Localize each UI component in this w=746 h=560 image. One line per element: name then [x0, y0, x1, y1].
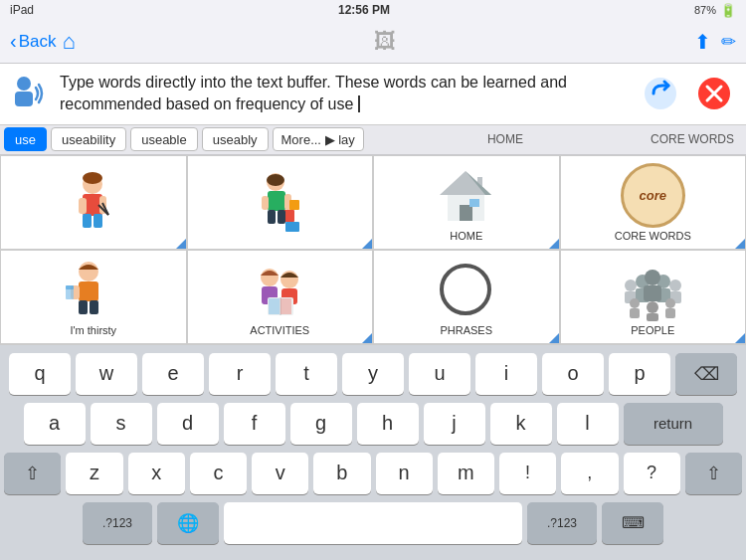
key-s[interactable]: s	[91, 403, 152, 445]
core-words-label: CORE WORDS	[615, 230, 691, 242]
home-icon[interactable]: ⌂	[62, 29, 75, 55]
battery-indicator: 87% 🔋	[694, 3, 736, 18]
autocomplete-core-label: CORE WORDS	[643, 132, 742, 146]
key-k[interactable]: k	[490, 403, 552, 445]
symbol-grid: HOME core CORE WORDS	[0, 155, 746, 345]
symbol-cell-boy-scissors[interactable]	[0, 155, 187, 250]
key-j[interactable]: j	[424, 403, 485, 445]
core-circle: core	[621, 163, 685, 228]
key-n[interactable]: n	[376, 453, 433, 494]
key-v[interactable]: v	[252, 453, 308, 494]
return-key[interactable]: return	[624, 403, 723, 445]
svg-rect-44	[269, 298, 280, 314]
svg-rect-56	[644, 285, 661, 301]
activities-image	[248, 258, 312, 322]
symbol-cell-phrases[interactable]: PHRASES	[373, 250, 560, 344]
key-t[interactable]: t	[276, 353, 337, 395]
svg-rect-35	[66, 285, 74, 289]
key-p[interactable]: p	[609, 353, 670, 395]
key-e[interactable]: e	[142, 353, 204, 395]
key-z[interactable]: z	[66, 453, 122, 494]
key-question[interactable]: ?	[624, 453, 680, 494]
symbol-cell-activities[interactable]: ACTIVITIES	[187, 250, 374, 344]
symbol-cell-people[interactable]: PEOPLE	[560, 250, 747, 344]
undo-button[interactable]	[639, 72, 682, 115]
thirsty-label: I'm thirsty	[70, 324, 116, 336]
svg-rect-18	[262, 196, 269, 210]
key-o[interactable]: o	[542, 353, 604, 395]
key-m[interactable]: m	[438, 453, 494, 494]
globe-key[interactable]: 🌐	[157, 502, 219, 544]
back-button[interactable]: ‹ Back	[10, 30, 56, 53]
svg-point-2	[645, 78, 676, 109]
key-b[interactable]: b	[313, 453, 370, 494]
nav-bar: ‹ Back ⌂ 🖼 ⬆ ✏	[0, 20, 746, 64]
svg-point-46	[442, 266, 489, 313]
shift-key[interactable]: ⇧	[4, 453, 61, 494]
key-x[interactable]: x	[128, 453, 185, 494]
hide-keyboard-key[interactable]: ⌨	[602, 502, 663, 544]
key-f[interactable]: f	[224, 403, 285, 445]
key-h[interactable]: h	[357, 403, 419, 445]
battery-icon: 🔋	[720, 3, 736, 18]
corner-indicator	[735, 333, 745, 343]
autocomplete-bar: use useability useable useably More... ▶…	[0, 125, 746, 155]
svg-rect-12	[83, 214, 92, 228]
shift-key-right[interactable]: ⇧	[685, 453, 742, 494]
key-exclaim[interactable]: !	[499, 453, 556, 494]
key-g[interactable]: g	[290, 403, 352, 445]
backspace-key[interactable]: ⌫	[675, 353, 737, 395]
autocomplete-useability[interactable]: useability	[51, 127, 126, 151]
key-comma[interactable]: ,	[561, 453, 618, 494]
svg-rect-27	[460, 205, 472, 221]
speaker-icon[interactable]	[10, 74, 50, 113]
key-d[interactable]: d	[157, 403, 219, 445]
boy-blocks-image	[248, 170, 312, 235]
edit-icon[interactable]: ✏	[721, 31, 736, 53]
autocomplete-more[interactable]: More... ▶ lay	[273, 127, 364, 151]
svg-rect-45	[280, 298, 291, 314]
autocomplete-useably[interactable]: useably	[202, 127, 269, 151]
key-c[interactable]: c	[190, 453, 247, 494]
key-q[interactable]: q	[9, 353, 71, 395]
symbol-cell-boy-blocks[interactable]	[187, 155, 374, 250]
home-image	[434, 163, 498, 228]
symbol-cell-core-words[interactable]: core CORE WORDS	[560, 155, 747, 250]
autocomplete-use[interactable]: use	[4, 127, 47, 151]
key-u[interactable]: u	[409, 353, 470, 395]
space-key[interactable]	[224, 502, 522, 544]
key-y[interactable]: y	[342, 353, 404, 395]
keyboard-row-1: q w e r t y u i o p ⌫	[4, 353, 742, 395]
svg-rect-24	[278, 210, 285, 224]
corner-indicator	[176, 239, 186, 249]
svg-rect-58	[630, 308, 640, 318]
key-l[interactable]: l	[557, 403, 619, 445]
keyboard-row-3: ⇧ z x c v b n m ! , ? ⇧	[4, 453, 742, 494]
nav-center: 🖼	[374, 29, 396, 55]
key-a[interactable]: a	[24, 403, 86, 445]
svg-point-55	[645, 270, 660, 285]
share-icon[interactable]: ⬆	[694, 30, 711, 54]
keyboard-row-4: .?123 🌐 .?123 ⌨	[4, 502, 742, 544]
people-image	[621, 258, 685, 322]
numbers-key-right[interactable]: .?123	[527, 502, 597, 544]
symbol-cell-thirsty[interactable]: I'm thirsty	[0, 250, 187, 344]
key-r[interactable]: r	[209, 353, 271, 395]
image-placeholder-icon: 🖼	[374, 29, 396, 54]
svg-point-57	[630, 298, 640, 308]
corner-indicator	[362, 239, 372, 249]
key-i[interactable]: i	[475, 353, 537, 395]
buffer-text[interactable]: Type words directly into the text buffer…	[60, 72, 629, 116]
text-cursor	[353, 95, 359, 112]
keyboard: q w e r t y u i o p ⌫ a s d f g h j k l …	[0, 345, 746, 558]
svg-rect-22	[285, 222, 299, 232]
close-button[interactable]	[692, 72, 736, 115]
battery-percent: 87%	[694, 4, 716, 16]
autocomplete-useable[interactable]: useable	[130, 127, 198, 151]
numbers-key[interactable]: .?123	[83, 502, 152, 544]
status-bar: iPad 12:56 PM 87% 🔋	[0, 0, 746, 20]
key-w[interactable]: w	[76, 353, 137, 395]
symbol-cell-home[interactable]: HOME	[373, 155, 560, 250]
svg-point-49	[669, 280, 681, 291]
buffer-content: Type words directly into the text buffer…	[60, 74, 567, 112]
